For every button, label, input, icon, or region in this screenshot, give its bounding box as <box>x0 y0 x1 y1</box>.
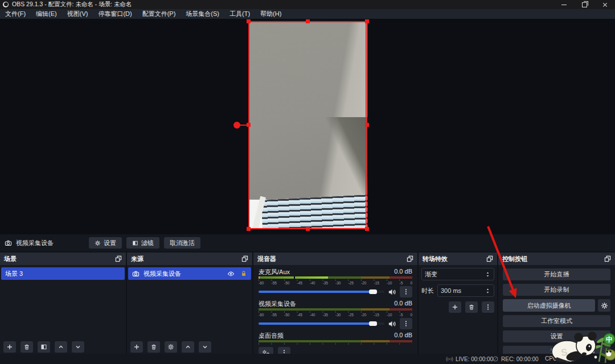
meter-tick-label: -5 <box>400 281 403 286</box>
meter-tick-label: -30 <box>335 313 341 317</box>
menu-item-scene-collection[interactable]: 场景集合(S) <box>181 10 224 18</box>
scene-item[interactable]: 场景 3 <box>1 267 125 280</box>
filter-icon <box>132 240 138 246</box>
add-scene-button[interactable] <box>3 341 16 353</box>
mixer-title: 混音器 <box>257 255 276 263</box>
minimize-button[interactable] <box>554 0 574 9</box>
volume-slider[interactable] <box>259 322 384 325</box>
menu-item-help[interactable]: 帮助(H) <box>255 10 286 18</box>
annotation-arrow <box>478 223 524 305</box>
kebab-icon <box>403 288 409 295</box>
trash-icon <box>23 344 30 350</box>
restore-button[interactable] <box>574 0 594 9</box>
channel-db-value: 0.0 dB <box>394 332 412 340</box>
live-time: LIVE: 00:00:00 <box>456 356 493 362</box>
channel-db-value: 0.0 dB <box>394 268 412 276</box>
selection-handle-tm[interactable] <box>306 19 310 23</box>
scene-up-button[interactable] <box>55 341 67 353</box>
channel-menu-button[interactable] <box>400 286 412 297</box>
plus-icon <box>6 344 13 350</box>
channel-name: 麦克风/Aux <box>259 268 290 276</box>
speaker-icon[interactable] <box>388 320 396 328</box>
gear-icon <box>95 240 101 246</box>
source-up-button[interactable] <box>182 341 194 353</box>
remove-scene-button[interactable] <box>20 341 33 353</box>
speaker-icon[interactable] <box>388 288 396 296</box>
start-streaming-label: 开始直播 <box>544 270 569 279</box>
selection-handle-bm[interactable] <box>306 227 310 231</box>
selection-handle-tr[interactable] <box>365 19 369 23</box>
virtual-camera-config-button[interactable] <box>598 299 610 312</box>
menu-item-docks[interactable]: 停靠窗口(D) <box>93 10 137 18</box>
panda-mascot: S <box>552 332 596 362</box>
remove-source-button[interactable] <box>147 341 160 353</box>
mixer-dock: 混音器 麦克风/Aux 0.0 dB -60-55-50-45-40-35-30… <box>253 253 417 354</box>
sources-dock: 来源 视频采集设备 <box>127 253 252 354</box>
source-filters-button[interactable]: 滤镜 <box>126 237 159 249</box>
trash-icon <box>150 344 157 350</box>
lock-icon[interactable] <box>240 270 247 277</box>
selection-handle-bl[interactable] <box>247 227 251 231</box>
menu-item-tools[interactable]: 工具(T) <box>224 10 255 18</box>
meter-tick-label: -55 <box>272 281 277 286</box>
rotation-handle[interactable] <box>233 122 240 129</box>
close-button[interactable] <box>594 0 615 9</box>
selection-handle-tl[interactable] <box>247 19 251 23</box>
plus-icon <box>452 304 458 311</box>
source-down-button[interactable] <box>199 341 211 353</box>
menu-item-edit[interactable]: 编辑(E) <box>31 10 62 18</box>
deactivate-button[interactable]: 取消激活 <box>164 237 200 249</box>
scene-item-label: 场景 3 <box>5 270 23 278</box>
channel-name: 桌面音频 <box>259 332 284 340</box>
volume-slider[interactable] <box>259 291 384 293</box>
advanced-audio-button[interactable] <box>259 347 273 354</box>
popout-icon[interactable] <box>241 255 248 262</box>
scenes-title: 场景 <box>4 255 17 263</box>
gear-icon <box>167 344 174 350</box>
add-source-button[interactable] <box>130 341 143 353</box>
popout-icon[interactable] <box>115 255 122 262</box>
broadcast-icon <box>446 355 453 363</box>
volume-meter <box>259 276 412 279</box>
rec-time: REC: 00:00:00 <box>501 356 539 362</box>
duration-label: 时长 <box>421 287 434 295</box>
preview-canvas <box>0 19 615 234</box>
scene-down-button[interactable] <box>72 341 84 353</box>
meter-tick-label: -20 <box>361 313 366 317</box>
meter-tick-labels: -60-55-50-45-40-35-30-25-20-15-10-50 <box>259 313 412 317</box>
volume-meter <box>259 340 412 342</box>
camera-icon <box>132 270 140 278</box>
meter-tick-label: -20 <box>361 281 366 286</box>
meter-tick-label: -60 <box>259 313 264 317</box>
meter-tick-label: -15 <box>374 281 379 286</box>
add-transition-button[interactable] <box>449 301 461 313</box>
slider-thumb[interactable] <box>369 289 377 294</box>
menu-item-profile[interactable]: 配置文件(P) <box>137 10 181 18</box>
scene-filters-button[interactable] <box>38 341 50 353</box>
meter-tick-label: -10 <box>387 281 392 286</box>
meter-tick-label: -25 <box>348 281 354 286</box>
selection-handle-br[interactable] <box>365 227 369 231</box>
remove-transition-button[interactable] <box>465 301 478 313</box>
visibility-eye-icon[interactable] <box>227 270 235 278</box>
channel-menu-button[interactable] <box>400 318 412 329</box>
rotation-handle-line <box>239 125 248 126</box>
popout-icon[interactable] <box>407 255 413 262</box>
menu-item-view[interactable]: 视图(V) <box>62 10 93 18</box>
menu-item-file[interactable]: 文件(F) <box>0 10 31 18</box>
meter-tick-label: -45 <box>297 281 302 286</box>
source-settings-button[interactable]: 设置 <box>89 237 122 249</box>
meter-tick-label: -50 <box>284 313 289 317</box>
popout-icon[interactable] <box>604 255 611 262</box>
selection-handle-mr[interactable] <box>365 123 369 127</box>
source-properties-button[interactable] <box>165 341 177 353</box>
selection-border <box>248 21 367 229</box>
obs-logo-icon <box>3 2 9 7</box>
mixer-channel-capture: 视频采集设备 0.0 dB -60-55-50-45-40-35-30-25-2… <box>259 300 412 329</box>
slider-thumb[interactable] <box>369 321 377 326</box>
meter-tick-label: -10 <box>387 313 392 317</box>
source-item[interactable]: 视频采集设备 <box>128 267 251 280</box>
mixer-menu-button[interactable] <box>278 347 290 354</box>
window-title: OBS 29.1.3 - 配置文件: 未命名 - 场景: 未命名 <box>12 1 132 9</box>
slider-fill <box>259 322 373 325</box>
